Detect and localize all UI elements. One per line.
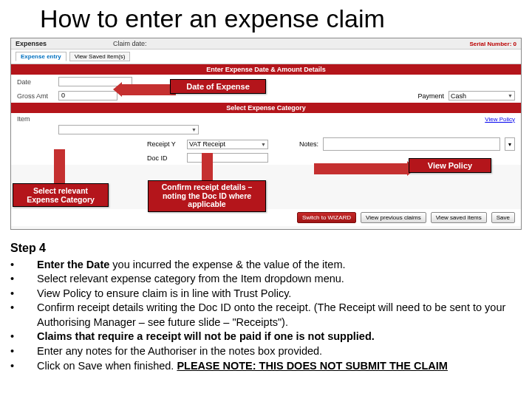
callout-date: Date of Expense <box>170 79 266 94</box>
receipt-value: VAT Receipt <box>189 140 225 148</box>
view-saved-items-button[interactable]: View saved items <box>431 212 487 223</box>
arrow-date <box>120 84 176 95</box>
serial-number: Serial Number: 0 <box>469 41 516 47</box>
steps-section: Step 4 Enter the Date you incurred the e… <box>10 240 522 373</box>
payment-select[interactable]: Cash ▼ <box>449 91 515 100</box>
chevron-down-icon: ▼ <box>508 93 513 98</box>
page-title: How to enter an expense claim <box>40 4 522 33</box>
step-item: Claims that require a receipt will not b… <box>10 330 522 344</box>
payment-label: Payment <box>417 92 444 100</box>
save-button[interactable]: Save <box>491 212 515 223</box>
step-item: Click on Save when finished. PLEASE NOTE… <box>10 359 522 374</box>
step-item: Select relevant expense category from th… <box>10 272 522 287</box>
receipt-label: Receipt Y <box>147 140 183 148</box>
step-item: Enter the Date you incurred the expense … <box>10 258 522 273</box>
docid-label: Doc ID <box>147 154 183 162</box>
view-policy-link[interactable]: View Policy <box>485 116 515 123</box>
notes-scroll[interactable]: ▼ <box>505 137 515 151</box>
callout-view-policy: View Policy <box>409 158 491 173</box>
section-bar-category: Select Expense Category <box>11 103 521 113</box>
item-select[interactable]: ▼ <box>58 125 199 134</box>
callout-receipt: Confirm receipt details – noting the Doc… <box>148 180 266 212</box>
receipt-select[interactable]: VAT Receipt ▼ <box>187 140 268 149</box>
payment-value: Cash <box>451 92 466 100</box>
callout-category: Select relevant Expense Category <box>13 183 109 207</box>
notes-input[interactable] <box>323 137 500 151</box>
arrow-receipt <box>202 153 213 183</box>
chevron-down-icon: ▼ <box>508 142 513 147</box>
tab-view-saved[interactable]: View Saved item(s) <box>69 52 131 61</box>
screenshot-frame: Expenses Claim date: Serial Number: 0 Ex… <box>10 38 522 230</box>
gross-amt-label: Gross Amt <box>17 92 54 100</box>
step-list: Enter the Date you incurred the expense … <box>10 258 522 374</box>
chevron-down-icon: ▼ <box>261 142 266 147</box>
item-label: Item <box>17 115 54 123</box>
docid-input[interactable] <box>187 153 268 163</box>
step-item: Confirm receipt details writing the Doc … <box>10 301 522 330</box>
claim-date-label: Claim date: <box>113 40 147 47</box>
arrow-view-policy <box>314 163 409 174</box>
arrow-category <box>54 149 65 185</box>
expenses-heading: Expenses <box>16 40 47 47</box>
switch-wizard-button[interactable]: Switch to WIZARD <box>297 212 356 223</box>
step-item: Enter any notes for the Authoriser in th… <box>10 344 522 359</box>
section-bar-date-amount: Enter Expense Date & Amount Details <box>11 64 521 75</box>
gross-amt-input[interactable]: 0 <box>58 91 117 100</box>
date-label: Date <box>17 78 54 86</box>
notes-label: Notes: <box>299 140 318 148</box>
step-heading: Step 4 <box>10 240 522 256</box>
view-previous-claims-button[interactable]: View previous claims <box>361 212 426 223</box>
chevron-down-icon: ▼ <box>191 127 197 132</box>
step-item: View Policy to ensure claim is in line w… <box>10 287 522 301</box>
tab-expense-entry[interactable]: Expense entry <box>16 52 66 61</box>
